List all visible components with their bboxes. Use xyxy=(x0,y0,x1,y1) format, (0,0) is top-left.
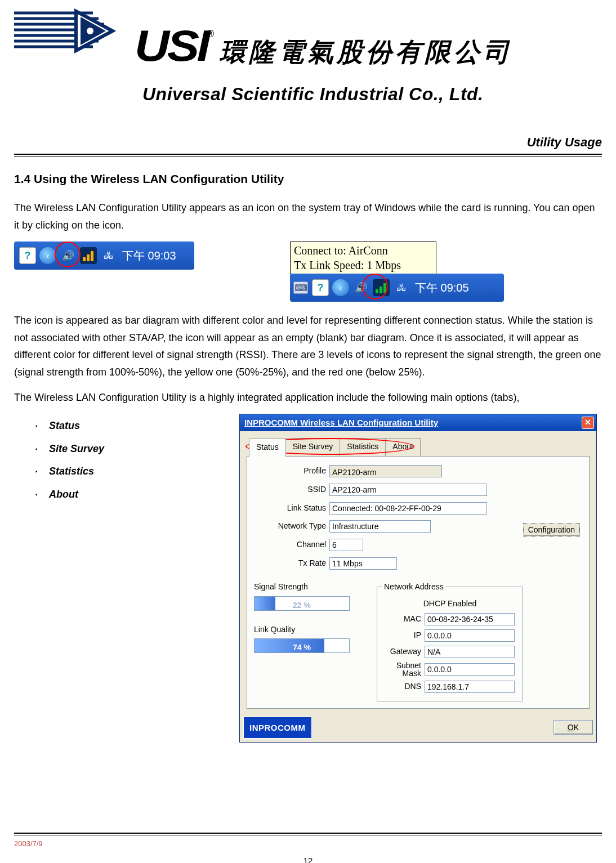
configuration-button[interactable]: Configuration xyxy=(523,523,580,536)
network-type-field xyxy=(329,520,431,533)
tx-rate-field xyxy=(329,557,397,570)
brand-acronym: USI xyxy=(135,8,208,83)
intro-paragraph-2: The icon is appeared as bar diagram with… xyxy=(14,312,602,381)
gateway-label: Gateway xyxy=(382,645,421,659)
ip-field xyxy=(425,629,515,642)
signal-strength-text: 22 % xyxy=(255,599,349,611)
divider-thick xyxy=(14,154,602,155)
mac-field xyxy=(425,613,515,625)
title-bar[interactable]: INPROCOMM Wireless LAN Configuration Uti… xyxy=(240,414,596,431)
page-number: 12 xyxy=(14,853,602,863)
page-footer: 2003/7/9 12 xyxy=(14,833,602,863)
link-quality-bar: 74 % xyxy=(254,638,350,653)
dns-field xyxy=(425,681,515,693)
tab-about[interactable]: About xyxy=(385,438,421,456)
link-quality-text: 74 % xyxy=(255,641,349,653)
link-quality-label: Link Quality xyxy=(254,623,367,637)
subnet-field xyxy=(425,663,515,676)
signal-strength-bar: 22 % xyxy=(254,596,350,611)
profile-value: AP2120-arm xyxy=(329,465,442,477)
volume-icon: 🔊 xyxy=(352,279,369,296)
footer-date: 2003/7/9 xyxy=(14,838,43,850)
ok-button[interactable]: OK xyxy=(553,720,593,735)
tooltip-line-1: Connect to: AirConn xyxy=(294,243,432,258)
help-icon: ? xyxy=(312,279,329,296)
ip-label: IP xyxy=(382,629,421,642)
option-status: Status xyxy=(35,417,228,435)
systray-time-1: 下午 09:03 xyxy=(122,246,176,265)
systray-screenshot-2: Connect to: AirConn Tx Link Speed: 1 Mbp… xyxy=(290,242,504,302)
window-title: INPROCOMM Wireless LAN Configuration Uti… xyxy=(244,415,438,430)
systray-time-2: 下午 09:05 xyxy=(415,278,469,297)
status-panel: Profile AP2120-arm SSID Link Status Netw… xyxy=(247,456,590,709)
tab-site-survey[interactable]: Site Survey xyxy=(285,438,341,456)
link-status-field xyxy=(329,502,487,515)
keyboard-icon xyxy=(293,281,308,294)
help-icon: ? xyxy=(19,247,36,264)
config-utility-window: INPROCOMM Wireless LAN Configuration Uti… xyxy=(239,414,597,743)
option-about: About xyxy=(35,486,228,503)
option-statistics: Statistics xyxy=(35,463,228,480)
ssid-label: SSID xyxy=(254,483,326,497)
option-site-survey: Site Survey xyxy=(35,440,228,458)
volume-icon: 🔊 xyxy=(60,247,77,264)
network-address-legend: Network Address xyxy=(382,580,446,594)
ssid-input[interactable] xyxy=(329,484,487,496)
signal-bars-green-icon xyxy=(373,279,390,296)
divider-thin xyxy=(14,156,602,156)
tab-bar: Status Site Survey Statistics About xyxy=(249,438,596,456)
brand-full-name: Universal Scientific Industrial Co., Ltd… xyxy=(142,79,602,109)
network-icon: 🖧 xyxy=(100,247,117,264)
brand-cjk-name: 環隆電氣股份有限公司 xyxy=(220,30,512,74)
systray-screenshot-1: ? ‹ 🔊 🖧 下午 09:03 xyxy=(14,242,194,270)
profile-label: Profile xyxy=(254,464,326,478)
logo-header: USI ® 環隆電氣股份有限公司 Universal Scientific In… xyxy=(14,8,602,109)
dns-label: DNS xyxy=(382,680,421,694)
tab-status[interactable]: Status xyxy=(249,439,286,457)
mac-label: MAC xyxy=(382,612,421,626)
options-list: Status Site Survey Statistics About xyxy=(35,417,228,503)
channel-label: Channel xyxy=(254,538,326,552)
svg-point-9 xyxy=(87,28,93,34)
tab-statistics[interactable]: Statistics xyxy=(340,438,386,456)
brand-badge: INPROCOMM xyxy=(243,717,312,739)
arrow-icon: ‹ xyxy=(332,279,349,296)
connection-tooltip: Connect to: AirConn Tx Link Speed: 1 Mbp… xyxy=(290,242,436,274)
signal-strength-label: Signal Strength xyxy=(254,580,367,594)
signal-bars-icon xyxy=(80,247,97,264)
usi-logo-icon xyxy=(14,8,132,53)
tooltip-line-2: Tx Link Speed: 1 Mbps xyxy=(294,258,432,272)
section-heading: 1.4 Using the Wireless LAN Configuration… xyxy=(14,169,602,189)
intro-paragraph-3: The Wireless LAN Configuration Utility i… xyxy=(14,389,602,406)
subnet-label: Subnet Mask xyxy=(382,661,421,677)
link-status-label: Link Status xyxy=(254,502,326,515)
intro-paragraph-1: The Wireless LAN Configuration Utility a… xyxy=(14,199,602,234)
gateway-field xyxy=(425,646,515,658)
network-icon: 🖧 xyxy=(393,279,410,296)
tx-rate-label: Tx Rate xyxy=(254,557,326,570)
registered-mark: ® xyxy=(207,25,214,43)
dhcp-status: DHCP Enabled xyxy=(382,597,518,611)
network-type-label: Network Type xyxy=(254,520,326,533)
chapter-title: Utility Usage xyxy=(14,132,602,153)
network-address-group: Network Address DHCP Enabled MAC IP Gate… xyxy=(377,580,523,701)
channel-field xyxy=(329,539,363,551)
arrow-icon: ‹ xyxy=(39,247,56,264)
close-button[interactable]: ✕ xyxy=(582,417,594,429)
